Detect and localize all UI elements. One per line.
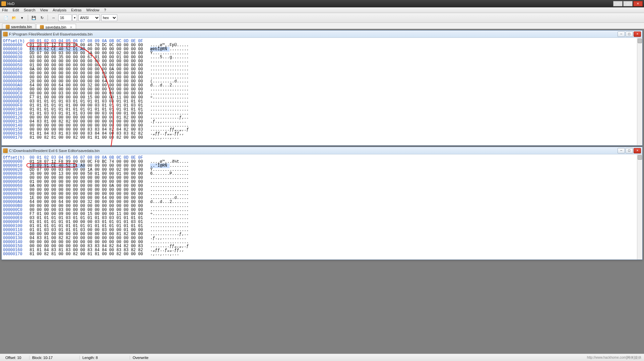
window-controls: ─ ▢ ✕ — [613, 1, 643, 6]
refresh-icon: ↻ — [41, 16, 44, 20]
save-button[interactable]: 💾 — [30, 14, 37, 21]
tab-label: savedata.bin — [11, 25, 32, 29]
menu-analysis[interactable]: Analysis — [53, 8, 66, 12]
open-button[interactable]: 📂 — [11, 14, 17, 21]
base-select[interactable]: hex — [101, 14, 117, 21]
toolbar: 📄 📂 ▾ 💾 ↻ ↔ ▼ ANSI hex — [0, 13, 644, 23]
window-titlebar: HxD ─ ▢ ✕ — [0, 0, 644, 7]
minimize-button[interactable]: ─ — [613, 1, 623, 6]
maximize-button[interactable]: ▢ — [623, 1, 633, 6]
new-button[interactable]: 📄 — [3, 14, 9, 21]
close-icon[interactable]: ✕ — [70, 25, 72, 29]
app-title: HxD — [7, 2, 14, 6]
refresh-button[interactable]: ↻ — [39, 14, 45, 21]
chevron-down-icon[interactable]: ▼ — [72, 14, 77, 21]
open-icon: 📂 — [12, 16, 16, 20]
arrows-icon: ↔ — [52, 16, 56, 20]
save-icon: 💾 — [31, 16, 36, 20]
menu-edit[interactable]: Edit — [13, 8, 19, 12]
encoding-select[interactable]: ANSI — [78, 14, 100, 21]
close-button[interactable]: ✕ — [633, 1, 643, 6]
menu-extras[interactable]: Extras — [71, 8, 81, 12]
menu-window[interactable]: Window — [86, 8, 99, 12]
app-icon — [1, 1, 6, 6]
menu-view[interactable]: View — [40, 8, 48, 12]
arrows-button[interactable]: ↔ — [50, 14, 57, 21]
file-icon — [6, 25, 10, 29]
menu-help[interactable]: ? — [104, 8, 106, 12]
open-dropdown[interactable]: ▾ — [19, 14, 25, 21]
menu-search[interactable]: Search — [24, 8, 36, 12]
mdi-workspace: F:\Program Files\Resident Evil 6\save\sa… — [0, 29, 644, 30]
menubar: File Edit Search View Analysis Extras Wi… — [0, 7, 644, 13]
menu-file[interactable]: File — [2, 8, 8, 12]
columns-input[interactable] — [58, 14, 72, 21]
chevron-down-icon: ▾ — [21, 16, 23, 20]
new-icon: 📄 — [4, 16, 8, 20]
